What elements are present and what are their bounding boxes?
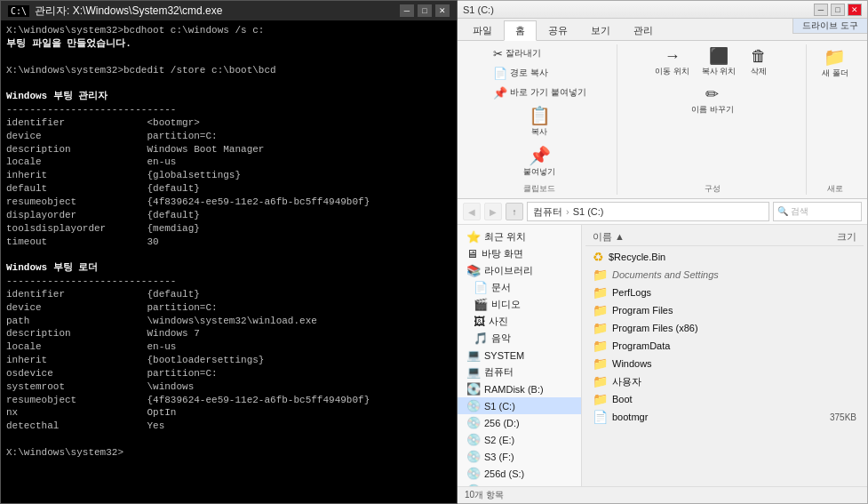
rename-button[interactable]: ✏ 이름 바꾸기 [686, 83, 739, 119]
file-name: $Recycle.Bin [609, 252, 803, 262]
computer-icon: 💻 [466, 365, 481, 379]
tab-manage[interactable]: 관리 [622, 20, 665, 40]
file-name: Windows [612, 358, 803, 369]
docs-label: 문서 [491, 281, 511, 294]
new-folder-button[interactable]: 📁 새 폴더 [816, 44, 854, 83]
ramdisk-icon: 💽 [466, 382, 481, 396]
tab-view[interactable]: 보기 [579, 20, 622, 40]
cmd-minimize-button[interactable]: ─ [400, 4, 414, 17]
explorer-window: S1 (C:) ─ □ ✕ 파일 홈 공유 보기 관리 드라이브 도구 [458, 0, 868, 504]
paste-icon: 📌 [529, 147, 551, 164]
sidebar-item-desktop[interactable]: 🖥 바탕 화면 [458, 245, 581, 262]
sidebar-item-docs[interactable]: 📄 문서 [458, 279, 581, 296]
recent-label: 최근 위치 [484, 230, 526, 244]
cmd-line [6, 433, 451, 446]
sidebar-item-music[interactable]: 🎵 음악 [458, 330, 581, 347]
copy-button[interactable]: 📋 복사 [518, 103, 561, 141]
back-button[interactable]: ◀ [463, 203, 481, 220]
sidebar-item-system[interactable]: 💻 SYSTEM [458, 347, 581, 364]
new-folder-label: 새 폴더 [822, 68, 848, 79]
path-copy-button[interactable]: 📄 경로 복사 [489, 64, 591, 82]
cmd-maximize-button[interactable]: □ [418, 4, 432, 17]
exp-minimize-button[interactable]: ─ [814, 4, 828, 16]
shortcut-paste-button[interactable]: 📌 바로 가기 붙여넣기 [489, 84, 591, 101]
file-icon: 📁 [593, 303, 608, 317]
header-name[interactable]: 이름 ▲ [593, 230, 803, 244]
list-item[interactable]: 📁 ProgramData [585, 337, 864, 355]
tab-share[interactable]: 공유 [537, 20, 579, 40]
move-button[interactable]: → 이동 위치 [649, 44, 695, 81]
header-size[interactable]: 크기 [803, 230, 856, 244]
tab-home[interactable]: 홈 [504, 20, 537, 41]
exp-close-button[interactable]: ✕ [848, 4, 862, 16]
sidebar-item-ramdisk[interactable]: 💽 RAMDisk (B:) [458, 380, 581, 397]
paste-button[interactable]: 📌 붙여넣기 [518, 143, 561, 181]
cmd-line: 부팅 파일을 만들었습니다. [6, 37, 451, 51]
forward-button[interactable]: ▶ [484, 203, 502, 220]
file-size: 375KB [803, 412, 856, 422]
list-item[interactable]: 📄 bootmgr 375KB [585, 408, 864, 426]
list-item[interactable]: 📁 Program Files [585, 301, 864, 319]
256d-label: 256 (D:) [484, 418, 520, 428]
sidebar-item-photos[interactable]: 🖼 사진 [458, 313, 581, 330]
exp-titlebar: S1 (C:) ─ □ ✕ [458, 1, 867, 19]
cmd-line: resumeobject {4f839624-ee59-11e2-a6fb-bc… [6, 394, 451, 407]
address-sep-1: › [566, 206, 569, 217]
clipboard-large-buttons: 📋 복사 📌 붙여넣기 [518, 103, 561, 181]
sidebar-item-libraries[interactable]: 📚 라이브러리 [458, 262, 581, 279]
list-item[interactable]: 📁 Documents and Settings [585, 266, 864, 284]
address-bar[interactable]: 컴퓨터 › S1 (C:) [527, 202, 769, 221]
copy-to-button[interactable]: ⬛ 복사 위치 [697, 44, 742, 81]
exp-maximize-button[interactable]: □ [831, 4, 845, 16]
cmd-icon: C:\ [8, 5, 29, 17]
cmd-title: 관리자: X:\Windows\System32\cmd.exe [35, 4, 222, 19]
copy-label: 복사 [531, 126, 547, 138]
cmd-close-button[interactable]: ✕ [435, 4, 450, 17]
list-item[interactable]: 📁 사용자 [585, 372, 864, 390]
sidebar-item-256s[interactable]: 💿 256d (S:) [458, 465, 581, 482]
s1-icon: 💿 [466, 399, 481, 412]
cmd-line: X:\windows\system32>bcdhoot c:\windows /… [6, 24, 451, 37]
file-name: Boot [612, 394, 803, 404]
list-item[interactable]: ♻ $Recycle.Bin [585, 248, 864, 266]
sidebar-item-s1[interactable]: 💿 S1 (C:) [458, 397, 581, 414]
cmd-line: locale en-us [6, 156, 451, 169]
file-icon: 📁 [593, 374, 608, 388]
cmd-line: timeout 30 [6, 236, 451, 249]
256s-icon: 💿 [466, 467, 481, 480]
256d-icon: 💿 [466, 416, 481, 429]
cmd-line: X:\windows\system32>bcdedit /store c:\bo… [6, 64, 451, 77]
ribbon-content: ✂ 잘라내기 📄 경로 복사 📌 바로 가기 붙여넣기 [458, 41, 867, 198]
list-item[interactable]: 📁 Boot [585, 390, 864, 408]
s2-icon: 💿 [466, 433, 481, 446]
drive-tool-label: 드라이브 도구 [792, 19, 867, 34]
sidebar-item-computer[interactable]: 💻 컴퓨터 [458, 364, 581, 380]
tab-file[interactable]: 파일 [461, 20, 504, 40]
cmd-line: description Windows 7 [6, 327, 451, 340]
delete-button[interactable]: 🗑 삭제 [743, 44, 775, 81]
sidebar-item-s3[interactable]: 💿 S3 (F:) [458, 448, 581, 465]
recent-icon: ⭐ [466, 230, 481, 244]
up-button[interactable]: ↑ [506, 203, 523, 220]
file-name: ProgramData [612, 340, 803, 351]
file-name: Documents and Settings [612, 269, 803, 280]
cmd-line: detecthal Yes [6, 420, 451, 433]
ribbon-group-organize: → 이동 위치 ⬛ 복사 위치 🗑 삭제 ✏ 이름 바꾸기 [619, 44, 807, 195]
cmd-line: resumeobject {4f839624-ee59-11e2-a6fb-bc… [6, 196, 451, 209]
search-bar[interactable]: 🔍 검색 [773, 202, 862, 221]
list-item[interactable]: 📁 Program Files (x86) [585, 319, 864, 337]
list-item[interactable]: 📁 PerfLogs [585, 284, 864, 301]
copy-to-label: 복사 위치 [702, 66, 737, 77]
sidebar-item-recent[interactable]: ⭐ 최근 위치 [458, 228, 581, 245]
list-item[interactable]: 📁 Windows [585, 355, 864, 372]
delete-label: 삭제 [751, 66, 767, 77]
ribbon-tabs: 파일 홈 공유 보기 관리 드라이브 도구 [458, 19, 867, 41]
cmd-line: device partition=C: [6, 301, 451, 315]
file-icon: 📁 [593, 268, 608, 282]
cmd-line: toolsdisplayorder {memdiag} [6, 222, 451, 236]
cut-button[interactable]: ✂ 잘라내기 [489, 44, 591, 62]
sidebar-item-video[interactable]: 🎬 비디오 [458, 296, 581, 313]
sidebar-item-s2[interactable]: 💿 S2 (E:) [458, 431, 581, 448]
sidebar-item-256d[interactable]: 💿 256 (D:) [458, 414, 581, 431]
file-icon: 📁 [593, 321, 608, 335]
